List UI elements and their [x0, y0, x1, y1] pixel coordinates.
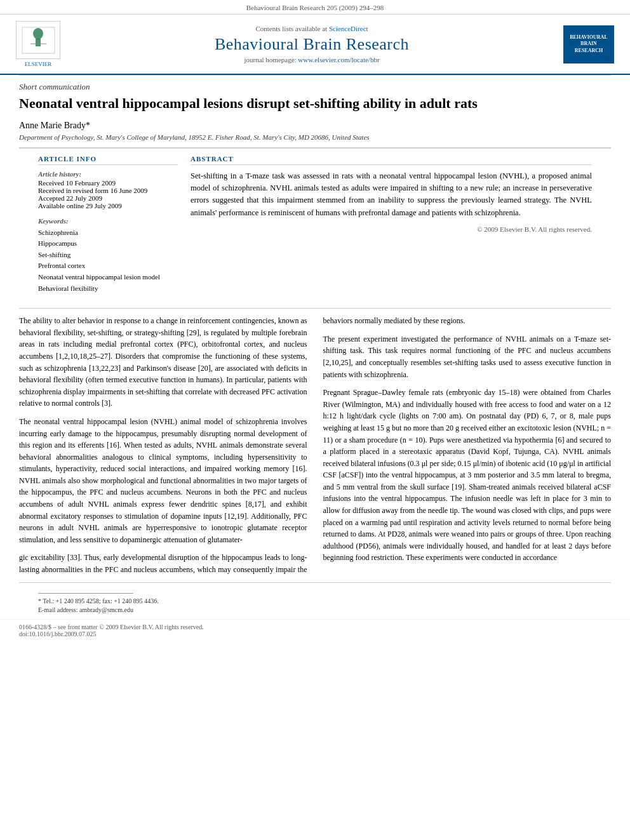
keyword-1: Schizophrenia — [38, 227, 178, 239]
copyright: © 2009 Elsevier B.V. All rights reserved… — [191, 225, 592, 233]
sciencedirect-line: Contents lists available at ScienceDirec… — [64, 25, 560, 32]
email-value: ambrady@smcm.edu — [79, 606, 133, 613]
sciencedirect-pretext: Contents lists available at — [255, 25, 327, 32]
footnote-line — [38, 593, 133, 594]
keyword-2: Hippocampus — [38, 238, 178, 250]
keyword-3: Set-shifting — [38, 250, 178, 261]
received-date: Received 10 February 2009 — [38, 179, 178, 187]
article-info: ARTICLE INFO Article history: Received 1… — [38, 155, 178, 302]
keyword-4: Prefrontal cortex — [38, 260, 178, 272]
journal-header-center: Contents lists available at ScienceDirec… — [64, 25, 560, 63]
keywords-block: Keywords: Schizophrenia Hippocampus Set-… — [38, 217, 178, 295]
bbr-title-3: RESEARCH — [575, 48, 603, 54]
history-block: Article history: Received 10 February 20… — [38, 170, 178, 210]
article-info-abstract: ARTICLE INFO Article history: Received 1… — [19, 148, 611, 309]
body-para-4: The present experiment investigated the … — [323, 333, 612, 380]
article-footer: * Tel.: +1 240 895 4258; fax: +1 240 895… — [19, 582, 611, 619]
homepage-pretext: journal homepage: — [244, 56, 296, 63]
revised-date: Received in revised form 16 June 2009 — [38, 187, 178, 194]
elsevier-text: ELSEVIER — [25, 61, 52, 67]
keyword-5: Neonatal ventral hippocampal lesion mode… — [38, 272, 178, 283]
journal-header: ELSEVIER Contents lists available at Sci… — [0, 15, 630, 75]
footer-bottom: 0166-4328/$ – see front matter © 2009 El… — [0, 619, 630, 641]
footer-doi: doi:10.1016/j.bbr.2009.07.025 — [19, 630, 611, 637]
elsevier-logo — [16, 21, 60, 59]
body-para-5: Pregnant Sprague–Dawley female rats (emb… — [323, 387, 612, 564]
accepted-date: Accepted 22 July 2009 — [38, 194, 178, 202]
body-para-2: The neonatal ventral hippocampal lesion … — [19, 416, 307, 546]
journal-homepage: journal homepage: www.elsevier.com/locat… — [64, 56, 560, 63]
article-title: Neonatal ventral hippocampal lesions dis… — [0, 93, 630, 118]
bbr-title-2: BRAIN — [580, 41, 597, 47]
affiliation: Department of Psychology, St. Mary's Col… — [0, 132, 630, 147]
abstract: ABSTRACT Set-shifting in a T-maze task w… — [191, 155, 592, 302]
author-text: Anne Marie Brady* — [19, 121, 90, 130]
keywords-label: Keywords: — [38, 217, 178, 225]
bbr-logo: BEHAVIOURAL BRAIN RESEARCH — [563, 25, 614, 63]
top-bar: Behavioural Brain Research 205 (2009) 29… — [0, 0, 630, 15]
abstract-title: ABSTRACT — [191, 155, 592, 165]
author-name: Anne Marie Brady* — [0, 118, 630, 132]
available-date: Available online 29 July 2009 — [38, 202, 178, 210]
keyword-6: Behavioral flexibility — [38, 283, 178, 295]
footnote-tel: * Tel.: +1 240 895 4258; fax: +1 240 895… — [38, 597, 592, 604]
svg-point-1 — [33, 28, 43, 39]
article-body: The ability to alter behavior in respons… — [0, 309, 630, 582]
body-para-1: The ability to alter behavior in respons… — [19, 315, 307, 410]
abstract-text: Set-shifting in a T-maze task was assess… — [191, 170, 592, 220]
history-label: Article history: — [38, 170, 178, 178]
sciencedirect-link[interactable]: ScienceDirect — [329, 25, 368, 32]
citation: Behavioural Brain Research 205 (2009) 29… — [246, 4, 384, 11]
elsevier-logo-container: ELSEVIER — [13, 21, 64, 67]
bbr-title-1: BEHAVIOURAL — [570, 34, 607, 41]
bbr-logo-container: BEHAVIOURAL BRAIN RESEARCH — [560, 25, 617, 63]
footnote-email: E-mail address: ambrady@smcm.edu — [38, 606, 592, 613]
article-info-title: ARTICLE INFO — [38, 155, 178, 165]
footer-rights: 0166-4328/$ – see front matter © 2009 El… — [19, 623, 611, 630]
homepage-link[interactable]: www.elsevier.com/locate/bbr — [298, 56, 379, 63]
journal-title: Behavioural Brain Research — [64, 35, 560, 54]
article-type: Short communication — [0, 76, 630, 93]
email-label: E-mail address: — [38, 606, 77, 613]
svg-rect-2 — [36, 39, 41, 46]
